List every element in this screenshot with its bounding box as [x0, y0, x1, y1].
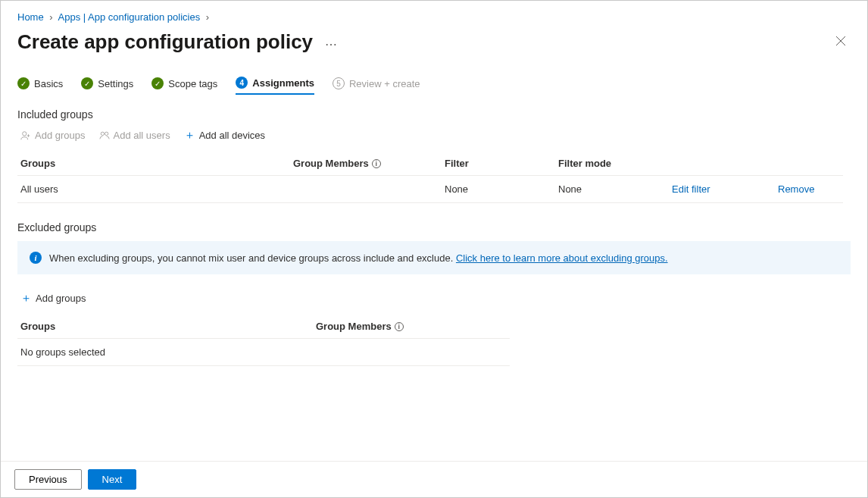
svg-point-0 [23, 131, 27, 135]
col-label: Group Members [293, 158, 369, 169]
tab-label: Settings [98, 78, 133, 89]
footer: Previous Next [1, 461, 867, 497]
add-all-users-button[interactable]: Add all users [99, 128, 170, 143]
button-label: Add all users [114, 130, 170, 141]
step-number-icon: 4 [236, 77, 248, 89]
svg-point-2 [105, 132, 108, 135]
row-filter: None [442, 176, 555, 203]
info-icon[interactable]: i [372, 159, 381, 168]
add-all-devices-button[interactable]: ＋ Add all devices [184, 128, 265, 143]
breadcrumb: Home › Apps | App configuration policies… [17, 11, 851, 23]
excluded-toolbar: ＋ Add groups [17, 291, 851, 305]
col-spacer [775, 152, 843, 176]
excluded-groups-heading: Excluded groups [17, 221, 851, 233]
next-button[interactable]: Next [88, 469, 137, 490]
page-title: Create app configuration policy [17, 30, 313, 54]
tab-basics[interactable]: ✓ Basics [17, 77, 63, 95]
empty-cell [313, 339, 510, 366]
plus-icon: ＋ [184, 128, 195, 143]
wizard-tabs: ✓ Basics ✓ Settings ✓ Scope tags 4 Assig… [17, 77, 851, 95]
col-groups: Groups [17, 152, 290, 176]
col-spacer [669, 152, 775, 176]
tab-label: Basics [34, 78, 63, 89]
step-number-icon: 5 [333, 77, 345, 89]
add-groups-button[interactable]: Add groups [20, 128, 86, 143]
add-person-icon [20, 130, 31, 141]
info-banner: i When excluding groups, you cannot mix … [17, 241, 851, 274]
col-members: Group Members i [290, 152, 442, 176]
check-icon: ✓ [81, 77, 93, 89]
row-group-members [290, 176, 442, 203]
info-icon: i [30, 252, 42, 264]
included-groups-heading: Included groups [17, 108, 851, 121]
tab-assignments[interactable]: 4 Assignments [236, 77, 314, 95]
tab-label: Review + create [349, 78, 420, 89]
button-label: Add groups [36, 293, 86, 304]
col-groups: Groups [17, 315, 313, 339]
col-filter-mode: Filter mode [555, 152, 669, 176]
excluded-groups-table: Groups Group Members i No groups selecte… [17, 315, 510, 366]
included-toolbar: Add groups Add all users ＋ Add all devic… [17, 128, 851, 143]
close-button[interactable] [831, 31, 851, 53]
row-group-name: All users [17, 176, 290, 203]
col-members: Group Members i [313, 315, 510, 339]
tab-label: Assignments [252, 77, 314, 89]
previous-button[interactable]: Previous [14, 469, 82, 490]
breadcrumb-apps[interactable]: Apps | App configuration policies [58, 11, 201, 23]
close-icon [835, 36, 846, 46]
empty-state: No groups selected [17, 339, 313, 366]
breadcrumb-home[interactable]: Home [17, 11, 44, 23]
people-icon [99, 130, 110, 141]
tab-review: 5 Review + create [333, 77, 420, 95]
check-icon: ✓ [17, 77, 30, 89]
col-label: Group Members [316, 321, 392, 332]
edit-filter-link[interactable]: Edit filter [669, 176, 775, 203]
svg-point-1 [101, 132, 104, 135]
included-groups-table: Groups Group Members i Filter Filter mod… [17, 152, 851, 203]
tab-settings[interactable]: ✓ Settings [81, 77, 133, 95]
tab-label: Scope tags [168, 78, 217, 89]
remove-link[interactable]: Remove [775, 176, 843, 203]
plus-icon: ＋ [20, 291, 32, 305]
info-icon[interactable]: i [395, 322, 404, 331]
learn-more-link[interactable]: Click here to learn more about excluding… [456, 252, 668, 264]
add-groups-button[interactable]: ＋ Add groups [20, 291, 86, 305]
tab-scope-tags[interactable]: ✓ Scope tags [151, 77, 217, 95]
chevron-right-icon: › [203, 11, 212, 23]
button-label: Add all devices [199, 130, 265, 141]
chevron-right-icon: › [46, 11, 55, 23]
row-filter-mode: None [555, 176, 669, 203]
more-actions-button[interactable]: ⋯ [325, 38, 338, 51]
check-icon: ✓ [151, 77, 164, 89]
button-label: Add groups [35, 130, 86, 141]
col-filter: Filter [442, 152, 555, 176]
info-text: When excluding groups, you cannot mix us… [49, 252, 456, 264]
